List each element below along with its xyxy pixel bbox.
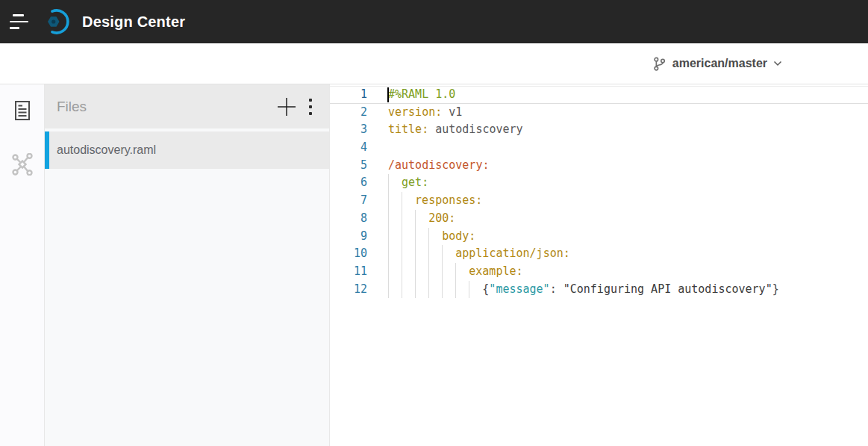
code-token: {: [482, 282, 489, 296]
code-line-text: [382, 139, 868, 157]
code-token: body:: [442, 229, 475, 243]
code-token: v1: [442, 105, 462, 119]
code-token: :: [550, 282, 563, 296]
code-token: #%RAML 1.0: [388, 87, 455, 101]
code-token: example:: [469, 264, 522, 278]
code-line[interactable]: 5/autodiscovery:: [330, 157, 868, 175]
line-number[interactable]: 1: [330, 86, 382, 104]
code-line-text: application/json:: [382, 245, 868, 263]
code-token: 200:: [428, 211, 455, 225]
indent-guide: [428, 281, 442, 299]
code-token: autodiscovery: [428, 123, 522, 136]
indent-guide: [415, 228, 428, 246]
code-line[interactable]: 2version: v1: [330, 104, 868, 122]
code-line[interactable]: 3title: autodiscovery: [330, 121, 868, 139]
line-number[interactable]: 11: [330, 263, 382, 281]
files-panel-header: Files: [45, 84, 329, 128]
chevron-down-icon: [773, 61, 782, 66]
branch-label: american/master: [672, 57, 767, 70]
line-number[interactable]: 5: [330, 157, 382, 175]
menu-button[interactable]: [0, 0, 34, 43]
line-number[interactable]: 8: [330, 210, 382, 228]
code-token: title:: [388, 123, 428, 136]
code-line-text: get:: [382, 174, 868, 192]
line-number[interactable]: 4: [330, 139, 382, 157]
text-cursor: [387, 87, 389, 102]
code-line-text: version: v1: [382, 104, 868, 122]
line-number[interactable]: 2: [330, 104, 382, 122]
code-line-text: /autodiscovery:: [382, 157, 868, 175]
indent-guide: [388, 245, 402, 263]
indent-guide: [455, 281, 469, 299]
files-panel-title: Files: [57, 99, 275, 115]
line-number[interactable]: 3: [330, 121, 382, 139]
file-name: autodiscovery.raml: [57, 143, 156, 157]
indent-guide: [402, 210, 415, 228]
code-lines: 1#%RAML 1.02version: v13title: autodisco…: [330, 86, 868, 298]
code-token: version:: [388, 105, 442, 119]
file-list: autodiscovery.raml: [45, 131, 329, 169]
line-number[interactable]: 10: [330, 245, 382, 263]
line-number[interactable]: 6: [330, 174, 382, 192]
indent-guide: [388, 174, 402, 192]
main-content: Files autodiscovery.raml 1#%RAML 1.02ver…: [0, 84, 868, 446]
indent-guide: [428, 228, 442, 246]
kebab-menu-icon: [309, 99, 312, 102]
code-token: get:: [402, 176, 428, 189]
indent-guide: [402, 245, 415, 263]
anypoint-logo-icon[interactable]: [43, 8, 70, 35]
code-line-text: {"message": "Configuring API autodiscove…: [382, 281, 868, 299]
branch-bar: american/master: [0, 43, 868, 84]
code-line[interactable]: 6get:: [330, 174, 868, 192]
code-token: "message": [489, 282, 549, 296]
line-number[interactable]: 7: [330, 192, 382, 210]
code-line-text: responses:: [382, 192, 868, 210]
branch-selector[interactable]: american/master: [652, 56, 782, 72]
code-line[interactable]: 9body:: [330, 228, 868, 246]
nav-api-spec-button[interactable]: [15, 101, 30, 120]
code-editor[interactable]: 1#%RAML 1.02version: v13title: autodisco…: [330, 84, 868, 446]
code-line[interactable]: 11example:: [330, 263, 868, 281]
indent-guide: [469, 281, 482, 299]
app-title: Design Center: [82, 13, 185, 31]
code-line-text: 200:: [382, 210, 868, 228]
indent-guide: [442, 263, 455, 281]
indent-guide: [402, 192, 415, 210]
code-line[interactable]: 12{"message": "Configuring API autodisco…: [330, 281, 868, 299]
file-row[interactable]: autodiscovery.raml: [45, 131, 329, 169]
code-line[interactable]: 1#%RAML 1.0: [330, 86, 868, 104]
indent-guide: [415, 281, 428, 299]
code-token: }: [772, 282, 779, 296]
nav-flow-button[interactable]: [11, 153, 34, 176]
indent-guide: [415, 245, 428, 263]
code-line[interactable]: 10application/json:: [330, 245, 868, 263]
indent-guide: [428, 263, 442, 281]
hamburger-menu-icon: [13, 14, 24, 16]
code-line-text: body:: [382, 228, 868, 246]
code-line[interactable]: 4: [330, 139, 868, 157]
line-number[interactable]: 9: [330, 228, 382, 246]
top-app-bar: Design Center: [0, 0, 868, 43]
api-spec-document-icon: [15, 101, 30, 120]
indent-guide: [402, 228, 415, 246]
indent-guide: [415, 263, 428, 281]
design-center-app: Design Center american/master: [0, 0, 868, 446]
code-line-text: title: autodiscovery: [382, 121, 868, 139]
files-menu-button[interactable]: [302, 96, 319, 118]
files-panel: Files autodiscovery.raml: [45, 84, 330, 446]
code-token: /autodiscovery:: [388, 158, 489, 172]
git-branch-icon: [652, 56, 666, 72]
line-number[interactable]: 12: [330, 281, 382, 299]
plus-icon: [277, 97, 296, 117]
indent-guide: [388, 228, 402, 246]
indent-guide: [388, 263, 402, 281]
code-line[interactable]: 7responses:: [330, 192, 868, 210]
code-token: "Configuring API autodiscovery": [563, 282, 772, 296]
indent-guide: [388, 192, 402, 210]
indent-guide: [402, 281, 415, 299]
add-file-button[interactable]: [275, 96, 298, 118]
code-line-text: #%RAML 1.0: [382, 86, 868, 104]
code-line[interactable]: 8200:: [330, 210, 868, 228]
code-token: responses:: [415, 193, 482, 207]
indent-guide: [442, 281, 455, 299]
